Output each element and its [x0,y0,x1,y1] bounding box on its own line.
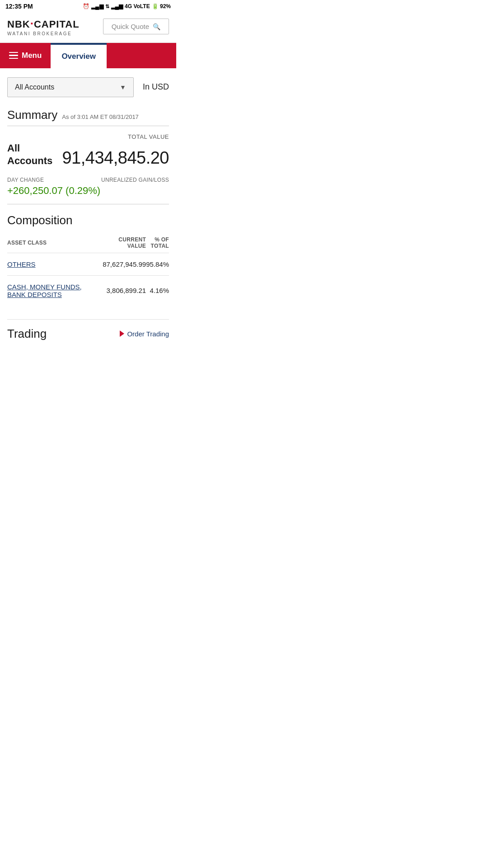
composition-divider [7,204,169,204]
change-labels-row: DAY CHANGE UNREALIZED GAIN/LOSS [7,177,169,183]
trading-section: Trading Order Trading [7,319,169,341]
table-row: OTHERS87,627,945.9995.84% [7,253,169,275]
summary-date: As of 3:01 AM ET 08/31/2017 [62,113,139,120]
menu-label: Menu [22,51,42,60]
current-value-0: 87,627,945.99 [103,253,146,275]
logo-capital: CAPITAL [34,19,80,30]
total-value-amount: 91,434,845.20 [62,148,169,168]
battery-icon: 🔋 92% [152,3,171,9]
status-bar: 12:35 PM ⏰ ▂▄▆ ⇅ ▂▄▆ 4G VoLTE 🔋 92% [0,0,176,13]
change-values-row: +260,250.07 (0.29%) [7,185,169,197]
alarm-icon: ⏰ [83,3,89,9]
order-trading-label: Order Trading [127,330,169,338]
trading-row: Trading Order Trading [7,327,169,341]
signal-icon: ▂▄▆ [91,3,103,9]
data-transfer-icon: ⇅ [105,4,109,9]
order-trading-link[interactable]: Order Trading [120,330,169,338]
day-change-value: +260,250.07 (0.29%) [7,185,100,197]
menu-button[interactable]: Menu [0,43,51,68]
signal2-icon: ▂▄▆ [111,3,123,9]
logo: NBK·CAPITAL WATANI BROKERAGE [7,17,80,36]
pct-total-1: 4.16% [146,275,169,306]
chevron-down-icon: ▼ [120,84,126,91]
composition-section: Composition ASSET CLASS CURRENT VALUE % … [7,213,169,306]
change-section: DAY CHANGE UNREALIZED GAIN/LOSS +260,250… [7,177,169,197]
total-value-section: TOTAL VALUE All Accounts 91,434,845.20 [7,133,169,168]
composition-title: Composition [7,213,169,227]
pct-total-0: 95.84% [146,253,169,275]
account-row: All Accounts ▼ In USD [7,77,169,97]
logo-dot: · [30,17,34,30]
quick-quote-label: Quick Quote [112,23,149,30]
summary-header: Summary As of 3:01 AM ET 08/31/2017 [7,108,169,122]
arrow-right-icon [120,330,124,337]
composition-table: ASSET CLASS CURRENT VALUE % OF TOTAL OTH… [7,236,169,306]
summary-title: Summary [7,108,57,122]
logo-text: NBK·CAPITAL [7,17,80,30]
hamburger-icon [9,52,18,59]
currency-label: In USD [143,82,169,92]
summary-divider [7,126,169,126]
table-row: CASH, MONEY FUNDS, BANK DEPOSITS3,806,89… [7,275,169,306]
trading-title: Trading [7,327,47,341]
total-value-row: All Accounts 91,434,845.20 [7,142,169,168]
all-accounts-label: All Accounts [7,142,52,168]
logo-nbk: NBK [7,19,30,30]
quick-quote-button[interactable]: Quick Quote 🔍 [103,19,169,34]
col-pct-total: % OF TOTAL [146,236,169,253]
network-label: 4G VoLTE [125,3,150,9]
account-selector-text: All Accounts [15,83,54,91]
header: NBK·CAPITAL WATANI BROKERAGE Quick Quote… [0,13,176,43]
status-time: 12:35 PM [5,3,33,10]
total-value-label: TOTAL VALUE [7,133,169,140]
status-icons: ⏰ ▂▄▆ ⇅ ▂▄▆ 4G VoLTE 🔋 92% [83,3,171,9]
asset-class-link-0[interactable]: OTHERS [7,253,103,275]
col-asset-class: ASSET CLASS [7,236,103,253]
overview-tab[interactable]: Overview [51,43,107,68]
unrealized-col-label: UNREALIZED GAIN/LOSS [101,177,169,183]
nav-bar: Menu Overview [0,43,176,68]
overview-label: Overview [61,52,96,61]
day-change-col-label: DAY CHANGE [7,177,44,183]
asset-class-link-1[interactable]: CASH, MONEY FUNDS, BANK DEPOSITS [7,275,103,306]
current-value-1: 3,806,899.21 [103,275,146,306]
search-icon: 🔍 [153,23,160,30]
logo-sub: WATANI BROKERAGE [7,31,80,36]
account-selector[interactable]: All Accounts ▼ [7,77,134,97]
comp-table-header: ASSET CLASS CURRENT VALUE % OF TOTAL [7,236,169,253]
main-content: All Accounts ▼ In USD Summary As of 3:01… [0,68,176,341]
col-current-value: CURRENT VALUE [103,236,146,253]
